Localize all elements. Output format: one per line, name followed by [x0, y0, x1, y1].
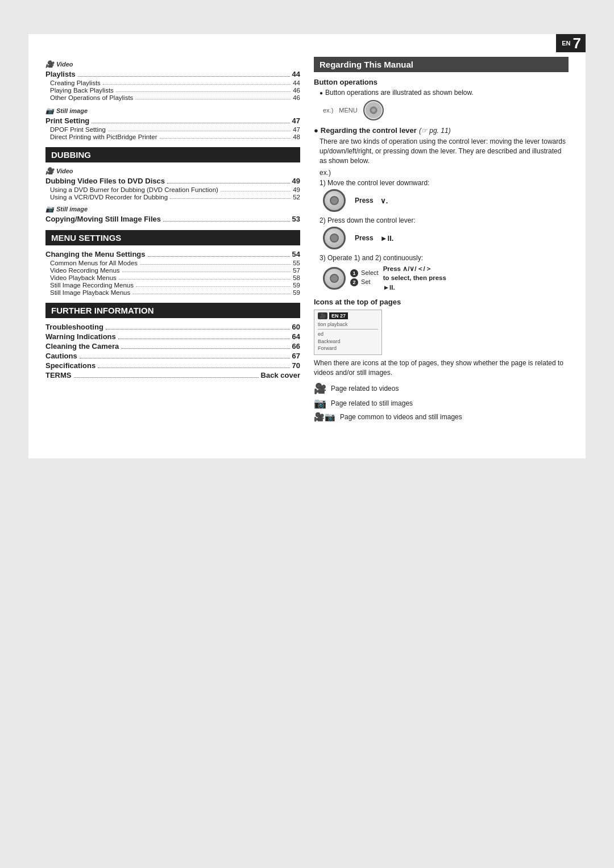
lever-press-row-2: Press ►II. [323, 227, 569, 249]
dubbing-sub-1: Using a DVD Burner for Dubbing (DVD Crea… [45, 186, 300, 193]
select-keys: Press ∧/∨/＜/＞to select, then press [383, 265, 446, 281]
button-ops-text: Button operations are illustrated as sho… [314, 89, 569, 97]
dots [92, 116, 289, 123]
dots [170, 194, 291, 199]
sub-page: 59 [293, 282, 300, 289]
circle-num-1: 1 [350, 269, 358, 277]
lever-press-row-1: Press ∨. [323, 189, 569, 212]
icon-row-video: 🎥 Page related to videos [314, 382, 569, 395]
camera-page-icon: 📷 [314, 397, 326, 410]
cleaning-label: Cleaning the Camera [45, 342, 119, 350]
dubbing-still-cat: 📷 Still image [45, 205, 300, 213]
sub-label: Still Image Playback Menus [50, 289, 130, 296]
dots [140, 260, 291, 265]
camera-icon: 📷 [45, 107, 54, 115]
dots [121, 342, 289, 349]
both-icon-box: 🎥📷 [314, 412, 335, 422]
playlist-sub-3: Other Operations of Playlists 46 [45, 94, 300, 101]
dots [132, 289, 291, 294]
print-page: 47 [292, 116, 300, 125]
print-setting-entry: Print Setting 47 [45, 116, 300, 125]
sub-label: Using a VCR/DVD Recorder for Dubbing [50, 194, 168, 201]
dots [221, 186, 291, 191]
dots [74, 371, 259, 378]
sub-label: Creating Playlists [50, 80, 101, 86]
sub-page: 46 [293, 87, 300, 94]
dubbing-files-label: Dubbing Video Files to DVD Discs [45, 177, 165, 185]
camera-icon-text: Page related to still images [331, 399, 413, 407]
select-label: 1 Select [350, 269, 379, 277]
menu-sub-2: Video Recording Menus 57 [45, 267, 300, 274]
dubbing-files-entry: Dubbing Video Files to DVD Discs 49 [45, 177, 300, 185]
terms-page: Back cover [261, 371, 300, 379]
video-icon-box: 🎥 [314, 382, 326, 395]
thumb-line-4: Backward [318, 338, 378, 345]
sub-page: 59 [293, 289, 300, 296]
dots [106, 323, 290, 329]
dots [108, 126, 291, 131]
joystick-icon-2 [323, 227, 346, 249]
troubleshooting-entry: Troubleshooting 60 [45, 323, 300, 331]
menu-sub-5: Still Image Playback Menus 59 [45, 289, 300, 296]
sub-page: 52 [293, 194, 300, 201]
cautions-label: Cautions [45, 352, 77, 360]
press-text-2: Press [355, 234, 374, 242]
dots [116, 87, 291, 92]
button-svg [370, 106, 377, 114]
page-thumb-lines: tion playback ed Backward Forward [318, 321, 378, 352]
select-keys-text: Press ∧/∨/＜/＞to select, then press ►II. [383, 264, 446, 291]
select-set-row: 1 Select 2 Set Press ∧/∨/＜/＞to select, t… [323, 264, 569, 291]
dubbing-files-page: 49 [292, 177, 300, 185]
dots [135, 94, 291, 99]
circle-num-2: 2 [350, 278, 358, 286]
sub-page: 57 [293, 267, 300, 274]
dubbing-video-label: Video [56, 168, 73, 174]
still-cat-label: Still image [56, 107, 88, 114]
both-icon-text: Page common to videos and still images [340, 413, 462, 421]
copying-entry: Copying/Moving Still Image Files 53 [45, 215, 300, 223]
icon-row-camera: 📷 Page related to still images [314, 397, 569, 410]
dubbing-video-cat: 🎥 Video [45, 167, 300, 175]
button-example-row: ex.) MENU [323, 100, 569, 120]
cautions-entry: Cautions 67 [45, 352, 300, 360]
dots [80, 352, 290, 358]
control-lever-section: ● Regarding the control lever (☞ pg. 11)… [314, 126, 569, 292]
warning-entry: Warning Indications 64 [45, 332, 300, 341]
lever-step-1: 1) Move the control lever downward: [320, 179, 569, 187]
select-set-labels: 1 Select 2 Set [350, 269, 379, 287]
menu-sub-4: Still Image Recording Menus 59 [45, 282, 300, 289]
joystick-inner-1 [330, 196, 339, 205]
dots [148, 250, 290, 257]
video-category: 🎥 Video [45, 60, 300, 68]
sub-label: DPOF Print Setting [50, 126, 106, 133]
playlists-page: 44 [292, 70, 300, 78]
thumb-video-icon: 🎥 [318, 312, 327, 319]
sub-page: 55 [293, 260, 300, 266]
specifications-entry: Specifications 70 [45, 361, 300, 370]
joystick-icon-3 [323, 267, 346, 290]
cleaning-entry: Cleaning the Camera 66 [45, 342, 300, 350]
thumb-icons: 🎥 EN 27 [318, 312, 348, 319]
menu-button-inner [366, 102, 381, 118]
menu-sub-1: Common Menus for All Modes 55 [45, 260, 300, 266]
left-column: 🎥 Video Playlists 44 Creating Playlists … [45, 57, 300, 424]
ex-label-1: ex.) [323, 107, 333, 114]
sub-label: Playing Back Playlists [50, 87, 114, 94]
control-lever-title-row: ● Regarding the control lever (☞ pg. 11) [314, 126, 569, 135]
camera-icon-2: 📷 [45, 205, 54, 213]
control-lever-title: Regarding the control lever [321, 126, 417, 135]
video-icon-2: 🎥 [45, 167, 54, 175]
dubbing-still-label: Still image [56, 206, 88, 212]
sub-label: Still Image Recording Menus [50, 282, 134, 289]
dots [136, 282, 291, 287]
dots [98, 361, 289, 368]
page-thumbnail: 🎥 EN 27 tion playback ed Backward Forwar… [314, 310, 382, 355]
joystick-inner-2 [330, 233, 339, 243]
print-sub-2: Direct Printing with PictBridge Printer … [45, 133, 300, 140]
sub-label: Common Menus for All Modes [50, 260, 138, 266]
sub-label: Video Recording Menus [50, 267, 120, 274]
control-lever-desc: There are two kinds of operation using t… [320, 137, 569, 165]
video-cat-label: Video [56, 61, 73, 68]
press-text-1: Press [355, 197, 374, 205]
icons-section: Icons at the top of pages 🎥 EN 27 tion p… [314, 298, 569, 422]
